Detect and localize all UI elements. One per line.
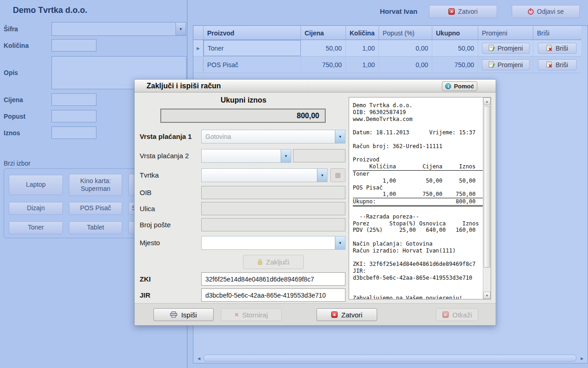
col-ukupno[interactable]: Ukupno — [432, 26, 478, 40]
table-row[interactable]: ▶ Toner 50,00 1,00 0,00 50,00 Promjeni B… — [193, 40, 581, 57]
receipt-line — [353, 207, 483, 213]
sifra-combobox[interactable]: ▾ — [51, 22, 186, 36]
receipt-line: --Razrada poreza-- — [353, 213, 483, 220]
company-label: Tvrtka — [140, 171, 159, 179]
col-kolicina[interactable]: Količina — [346, 26, 379, 40]
col-proizvod[interactable]: Proizvod — [204, 26, 301, 40]
cell-popust: 0,00 — [379, 57, 432, 73]
scroll-down-icon[interactable]: ▼ — [483, 292, 491, 299]
dialog-titlebar[interactable]: Zaključi i ispiši račun i Pomoć — [135, 80, 496, 92]
delete-row-button[interactable]: Briši — [538, 59, 577, 70]
edit-row-button[interactable]: Promjeni — [482, 59, 530, 70]
eraser-icon — [335, 173, 340, 178]
close-app-button[interactable]: × Zatvori — [429, 5, 497, 18]
receipt-line: PDV (25%) 25,00 640,00 160,00 — [353, 227, 483, 234]
receipt-line: Količina Cijena Iznos — [353, 163, 483, 171]
payment-type-1-dropdown-button[interactable]: ▾ — [335, 130, 345, 143]
cell-cijena: 50,00 — [301, 40, 346, 56]
receipt-line: Porez Stopa(%) Osnovica Iznos — [353, 220, 483, 227]
city-combobox[interactable]: ▾ — [201, 236, 345, 250]
scrollbar-thumb[interactable] — [484, 106, 490, 268]
cell-cijena: 750,00 — [301, 57, 346, 73]
payment-type-1-value: Gotovina — [202, 130, 335, 143]
col-popust[interactable]: Popust (%) — [379, 26, 432, 40]
scroll-up-icon[interactable]: ▲ — [483, 98, 491, 105]
street-label: Ulica — [140, 205, 155, 213]
receipt-line — [353, 282, 483, 288]
logout-label: Odjavi se — [537, 8, 564, 15]
payment-type-2-dropdown-button[interactable]: ▾ — [281, 150, 291, 162]
row-selector-cell — [193, 57, 204, 73]
receipt-line: OIB: 96302587419 — [353, 109, 483, 116]
payment-type-1-combobox[interactable]: Gotovina ▾ — [201, 130, 345, 144]
chevron-down-icon: ▾ — [339, 135, 341, 139]
col-cijena[interactable]: Cijena — [301, 26, 346, 40]
iznos-input[interactable] — [51, 126, 96, 139]
receipt-line: Zahvaljujemo na Vašem povjerenju! — [353, 295, 483, 299]
city-dropdown-button[interactable]: ▾ — [335, 236, 345, 249]
lock-icon — [257, 259, 263, 265]
quick-button-laptop[interactable]: Laptop — [9, 175, 63, 195]
selected-row-arrow-icon: ▶ — [197, 46, 200, 51]
receipt-line: Ukupno: 800,00 — [353, 198, 483, 207]
row-selector-cell: ▶ — [193, 40, 204, 56]
edit-row-button[interactable]: Promjeni — [482, 43, 530, 54]
cancel-x-icon: × — [235, 311, 238, 318]
help-button[interactable]: i Pomoć — [442, 81, 477, 91]
horizontal-scrollbar[interactable]: ◀ ▶ — [195, 355, 586, 362]
receipt-line: Demo Tvrtka d.o.o. — [353, 102, 483, 109]
cell-ukupno: 50,00 — [432, 40, 478, 56]
close-icon: × — [448, 8, 455, 15]
quick-button-kino-karta[interactable]: Kino karta: Superman — [69, 174, 122, 196]
vertical-scrollbar[interactable]: ▲ ▼ — [483, 98, 491, 299]
col-brisi[interactable]: Briši — [533, 26, 581, 40]
chevron-down-icon: ▾ — [180, 27, 182, 31]
scroll-left-icon[interactable]: ◀ — [195, 355, 203, 362]
sifra-combobox-button[interactable]: ▾ — [175, 23, 186, 35]
quick-button-toner[interactable]: Toner — [9, 221, 63, 234]
edit-document-icon — [488, 61, 495, 68]
receipt-line: Račun izradio: Horvat Ivan(111) — [353, 247, 483, 254]
total-amount-field: 800,00 — [160, 109, 326, 123]
city-label: Mjesto — [140, 239, 160, 247]
close-dialog-button[interactable]: × Zatvori — [317, 308, 377, 321]
receipt-line — [353, 234, 483, 241]
popust-input[interactable] — [51, 110, 96, 122]
app-title: Demo Tvrtka d.o.o. — [13, 6, 87, 15]
chevron-down-icon: ▾ — [321, 173, 323, 178]
scroll-right-icon[interactable]: ▶ — [578, 355, 586, 362]
company-dropdown-button[interactable]: ▾ — [317, 169, 327, 182]
delete-document-icon — [546, 45, 553, 52]
storno-label: Storniraj — [242, 311, 268, 319]
cell-product[interactable]: POS Pisač — [204, 57, 301, 73]
col-promjeni[interactable]: Promjeni — [478, 26, 533, 40]
table-row[interactable]: POS Pisač 750,00 1,00 0,00 750,00 Promje… — [193, 57, 581, 73]
print-button[interactable]: Ispiši — [153, 308, 214, 321]
company-combobox[interactable]: ▾ — [201, 168, 328, 182]
quick-button-dizajn[interactable]: Dizajn — [9, 202, 63, 215]
cell-edit: Promjeni — [478, 57, 533, 73]
dialog-button-bar: Ispiši × Storniraj × Zatvori × Otkaži — [135, 303, 496, 325]
company-value — [202, 169, 317, 182]
zki-field: 32f6f25e14d84e04861d6de89469f8c7 — [201, 272, 345, 286]
payment-type-2-combobox[interactable]: ▾ — [201, 149, 291, 163]
payment-type-2-label: Vrsta plaćanja 2 — [140, 152, 189, 160]
delete-document-icon — [546, 61, 553, 68]
receipt-line — [353, 122, 483, 129]
finalize-button: Zaključi — [243, 255, 304, 269]
cell-delete: Briši — [533, 57, 581, 73]
cijena-input[interactable] — [51, 93, 96, 106]
receipt-line: Datum: 18.11.2013 Vrijeme: 15:37 — [353, 129, 483, 136]
delete-row-button[interactable]: Briši — [538, 43, 577, 54]
cell-product[interactable]: Toner — [204, 40, 301, 56]
receipt-preview: Demo Tvrtka d.o.o.OIB: 96302587419www.De… — [349, 97, 491, 299]
cijena-label: Cijena — [4, 96, 23, 104]
scrollbar-thumb[interactable] — [204, 355, 577, 362]
edit-row-label: Promjeni — [498, 45, 523, 52]
receipt-line: d3bcbef0-5e6c-42aa-865e-419553d3e710 — [353, 275, 483, 282]
row-selector-header — [193, 26, 204, 40]
quick-button-pos-pisac[interactable]: POS Pisač — [69, 202, 122, 215]
kolicina-input[interactable] — [51, 39, 96, 52]
logout-button[interactable]: Odjavi se — [512, 5, 580, 18]
quick-button-tablet[interactable]: Tablet — [69, 221, 122, 234]
